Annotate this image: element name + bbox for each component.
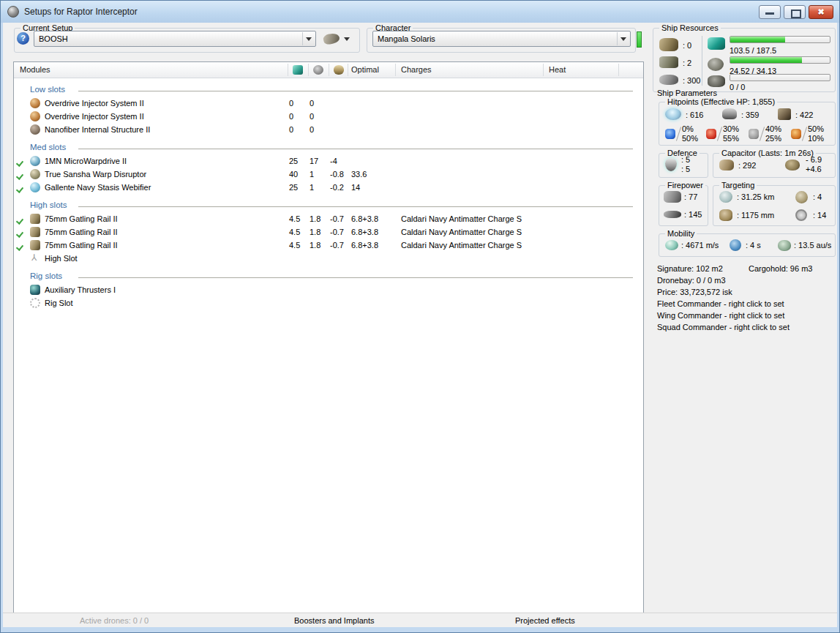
cpu-icon — [708, 37, 725, 50]
explosive-resist-bottom: 10% — [808, 134, 824, 143]
dronebay-usage-text: 0 / 0 — [730, 83, 745, 91]
module-optimal: 6.8+3.8 — [351, 241, 378, 250]
titlebar[interactable]: Setups for Raptor Interceptor — [1, 1, 839, 23]
section-divider-line — [78, 91, 633, 91]
module-row[interactable]: True Sansha Warp Disruptor401-0.833.6 — [14, 168, 643, 181]
module-row[interactable]: 75mm Gatling Rail II4.51.8-0.76.8+3.8Cal… — [14, 212, 643, 225]
capacitor-in-value: +4.6 — [806, 165, 822, 173]
app-icon — [7, 6, 19, 18]
boosters-implants-button[interactable]: Boosters and Implants — [294, 616, 374, 625]
max-velocity-icon — [665, 240, 678, 250]
slot-section-label: Low slots — [30, 85, 65, 94]
warp-speed-value: : 13.5 au/s — [794, 241, 831, 250]
module-row[interactable]: Auxiliary Thrusters I — [14, 283, 643, 296]
module-cpu: 0 — [289, 112, 293, 121]
col-modules[interactable]: Modules — [20, 65, 50, 74]
firepower-missile-icon — [664, 211, 681, 218]
sensor-strength-icon — [795, 209, 807, 221]
module-row[interactable]: Rig Slot — [14, 296, 643, 310]
slot-section-header: Med slots — [14, 141, 643, 154]
microwarpdrive-icon — [30, 156, 40, 166]
modules-rows-area: Low slotsOverdrive Injector System II00O… — [14, 78, 643, 615]
minimize-button[interactable] — [759, 5, 781, 19]
calibration-value: : 300 — [683, 76, 700, 85]
thermal-resist-icon — [706, 129, 716, 139]
section-divider-line — [78, 277, 633, 278]
em-resist-bottom: 50% — [682, 134, 698, 143]
defence-bottom-value: : 5 — [681, 165, 690, 173]
defence-shield-icon — [665, 158, 677, 171]
setup-dropdown[interactable]: BOOSH — [34, 31, 316, 47]
modules-table: Modules Optimal Charges Heat Low slotsOv… — [13, 61, 644, 615]
help-icon[interactable] — [17, 32, 29, 45]
col-charges[interactable]: Charges — [401, 65, 432, 74]
module-cpu: 25 — [289, 183, 298, 192]
slot-section-header: High slots — [14, 199, 643, 212]
capacitor-label: Capacitor (Lasts: 1m 26s) — [719, 149, 816, 157]
sensor-strength-value: : 14 — [813, 211, 826, 220]
col-heat[interactable]: Heat — [549, 65, 566, 74]
restore-button[interactable] — [784, 5, 806, 19]
firepower-volley-value: : 145 — [684, 210, 702, 219]
capacitor-amount-icon — [719, 160, 734, 171]
active-check-icon — [17, 228, 26, 236]
cpu-column-icon[interactable] — [293, 65, 303, 75]
module-optimal: 6.8+3.8 — [351, 214, 378, 223]
col-optimal[interactable]: Optimal — [351, 65, 379, 74]
module-cap-use: -0.8 — [330, 170, 344, 179]
section-divider-line — [78, 149, 633, 149]
ship-menu-caret-icon[interactable] — [344, 37, 350, 41]
armor-hp-icon — [722, 108, 737, 119]
fleet-commander-setting[interactable]: Fleet Commander - right click to set — [657, 299, 784, 308]
module-row[interactable]: 1MN MicroWarpdrive II2517-4 — [14, 154, 643, 168]
scan-resolution-icon — [719, 209, 732, 221]
module-charge: Caldari Navy Antimatter Charge S — [401, 214, 522, 223]
character-dropdown-arrow-icon[interactable] — [617, 32, 629, 45]
projected-effects-button[interactable]: Projected effects — [515, 616, 575, 625]
ship-parameters-label: Ship Parameters — [657, 89, 717, 97]
module-row[interactable]: High Slot — [14, 252, 643, 265]
powergrid-icon — [708, 58, 724, 71]
module-row[interactable]: 75mm Gatling Rail II4.51.8-0.76.8+3.8Cal… — [14, 225, 643, 239]
defence-group: Defence : 5 : 5 — [659, 153, 708, 178]
module-row[interactable]: Overdrive Injector System II00 — [14, 97, 643, 110]
wing-commander-setting[interactable]: Wing Commander - right click to set — [657, 311, 784, 320]
module-powergrid: 0 — [310, 125, 314, 134]
module-row[interactable]: Gallente Navy Stasis Webifier251-0.214 — [14, 181, 643, 194]
kinetic-resist-icon — [749, 129, 759, 139]
active-check-icon — [17, 214, 26, 222]
align-time-icon — [730, 239, 741, 251]
overdrive-icon — [30, 111, 40, 121]
character-dropdown[interactable]: Mangala Solaris — [372, 31, 631, 47]
slot-section-header: Low slots — [14, 83, 643, 97]
module-powergrid: 1 — [310, 170, 314, 179]
cargohold-stat: Cargohold: 96 m3 — [749, 264, 812, 273]
module-optimal: 14 — [351, 183, 360, 192]
squad-commander-setting[interactable]: Squad Commander - right click to set — [657, 323, 790, 332]
module-row[interactable]: Nanofiber Internal Structure II00 — [14, 123, 643, 136]
ship-resources-label: Ship Resources — [659, 23, 721, 32]
capacitor-amount-value: : 292 — [738, 161, 756, 170]
nanofiber-icon — [30, 124, 40, 135]
module-name: Overdrive Injector System II — [45, 99, 144, 108]
capacitor-column-icon[interactable] — [334, 65, 344, 75]
setup-dropdown-arrow-icon[interactable] — [302, 32, 315, 45]
align-time-value: : 4 s — [746, 241, 761, 250]
module-charge: Caldari Navy Antimatter Charge S — [401, 228, 522, 236]
cpu-bar — [730, 36, 830, 43]
powergrid-column-icon[interactable] — [313, 65, 323, 75]
module-row[interactable]: 75mm Gatling Rail II4.51.8-0.76.8+3.8Cal… — [14, 239, 643, 252]
module-powergrid: 17 — [310, 157, 318, 165]
module-cpu: 4.5 — [289, 228, 300, 236]
capacitor-out-value: - 6.9 — [806, 155, 822, 164]
module-powergrid: 1 — [310, 183, 314, 192]
modules-table-header[interactable]: Modules Optimal Charges Heat — [14, 62, 643, 78]
rig-icon — [30, 285, 40, 295]
close-button[interactable] — [809, 5, 833, 19]
em-resist-icon — [665, 129, 675, 139]
section-divider-line — [78, 206, 633, 207]
module-name: 75mm Gatling Rail II — [45, 214, 118, 223]
signature-stat: Signature: 102 m2 — [657, 264, 723, 273]
module-row[interactable]: Overdrive Injector System II00 — [14, 110, 643, 123]
shield-hp-value: : 616 — [686, 111, 703, 119]
